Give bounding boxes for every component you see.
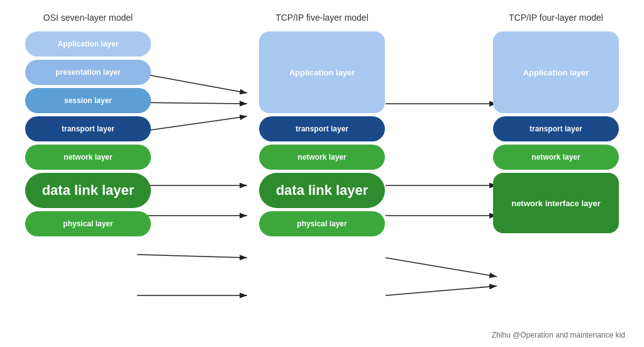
col-five: TCP/IP five-layer model Application laye… bbox=[253, 13, 391, 240]
col-four: TCP/IP four-layer model Application laye… bbox=[487, 13, 625, 236]
five-title: TCP/IP five-layer model bbox=[275, 13, 369, 23]
osi-datalink-layer: data link layer bbox=[25, 173, 151, 208]
columns-wrapper: OSI seven-layer model Application layer … bbox=[19, 13, 625, 341]
diagram-container: OSI seven-layer model Application layer … bbox=[0, 0, 644, 347]
four-title: TCP/IP four-layer model bbox=[509, 13, 603, 23]
osi-transport-layer: transport layer bbox=[25, 116, 151, 141]
col-osi: OSI seven-layer model Application layer … bbox=[19, 13, 157, 240]
osi-title: OSI seven-layer model bbox=[43, 13, 133, 23]
watermark: Zhihu @Operation and maintenance kid bbox=[492, 331, 625, 339]
five-datalink-layer: data link layer bbox=[259, 173, 385, 208]
five-physical-layer: physical layer bbox=[259, 211, 385, 236]
osi-application-layer: Application layer bbox=[25, 31, 151, 57]
five-application-large: Application layer bbox=[259, 31, 385, 113]
four-network-layer: network layer bbox=[493, 145, 619, 170]
osi-presentation-layer: presentation layer bbox=[25, 60, 151, 85]
osi-session-layer: session layer bbox=[25, 88, 151, 113]
osi-network-layer: network layer bbox=[25, 145, 151, 170]
four-netiface-layer: network interface layer bbox=[493, 173, 619, 233]
osi-physical-layer: physical layer bbox=[25, 211, 151, 236]
five-network-layer: network layer bbox=[259, 145, 385, 170]
five-transport-layer: transport layer bbox=[259, 116, 385, 141]
four-application-large: Application layer bbox=[493, 31, 619, 113]
four-transport-layer: transport layer bbox=[493, 116, 619, 141]
